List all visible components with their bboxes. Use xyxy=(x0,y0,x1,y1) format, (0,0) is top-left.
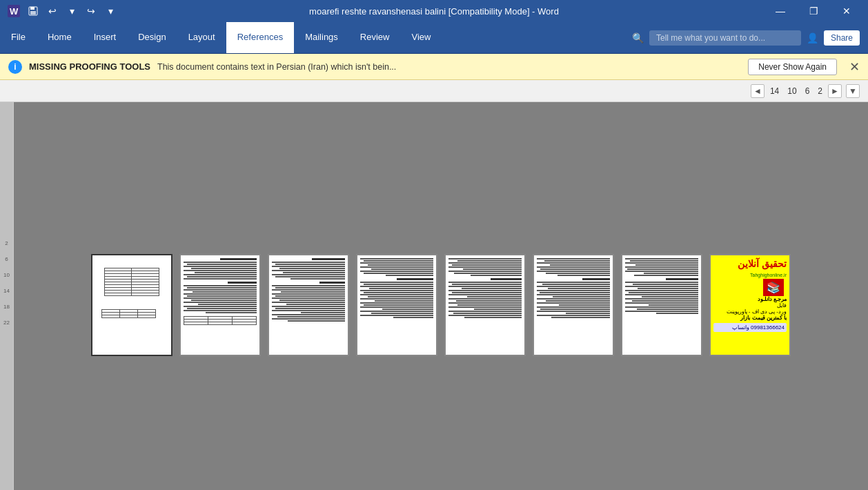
customize-qat[interactable]: ▾ xyxy=(102,3,119,19)
svg-rect-3 xyxy=(30,7,34,10)
restore-button[interactable]: ❐ xyxy=(798,0,829,22)
ad-image-placeholder: 📚 xyxy=(763,279,784,296)
page-thumbnail-4[interactable] xyxy=(356,254,437,356)
search-icon: 🔍 xyxy=(632,32,644,43)
word-icon: W xyxy=(6,3,22,19)
redo-button[interactable]: ↪ xyxy=(83,3,99,19)
tab-home[interactable]: Home xyxy=(37,22,83,53)
tab-design[interactable]: Design xyxy=(127,22,177,53)
undo-dropdown[interactable]: ▾ xyxy=(63,3,80,19)
document-area: تحقیق آنلاین Tahghighonline.ir 📚 مرجـع د… xyxy=(14,102,868,490)
ad-line4: با کمترین قیمت بازار xyxy=(713,315,787,321)
notification-message: This document contains text in Persian (… xyxy=(157,62,741,72)
ad-website: Tahghighonline.ir xyxy=(713,273,787,277)
share-button[interactable]: Share xyxy=(824,30,860,46)
window-controls: — ❐ ✕ xyxy=(765,0,862,22)
never-show-button[interactable]: Never Show Again xyxy=(748,59,837,75)
svg-rect-4 xyxy=(30,11,36,14)
ruler-mark-10: 10 xyxy=(3,272,10,278)
save-button[interactable] xyxy=(25,3,41,19)
tab-references[interactable]: References xyxy=(226,22,294,53)
page-thumbnail-3[interactable] xyxy=(268,254,349,356)
tab-file[interactable]: File xyxy=(0,22,37,53)
ruler-mark-2: 2 xyxy=(5,240,8,246)
zoom-value-2: 2 xyxy=(815,86,825,96)
ad-line3: ورد- پی دی اف - پاورپوینت xyxy=(713,308,787,315)
page-thumbnail-1[interactable] xyxy=(91,254,172,356)
ruler-mark-22: 22 xyxy=(3,320,10,326)
undo-button[interactable]: ↩ xyxy=(44,3,61,19)
zoom-min-btn[interactable]: ▼ xyxy=(846,84,860,98)
info-icon: i xyxy=(8,60,22,74)
account-icon: 👤 xyxy=(807,32,818,43)
page-thumbnail-6[interactable] xyxy=(533,254,614,356)
tab-insert[interactable]: Insert xyxy=(83,22,128,53)
notification-bar: i MISSING PROOFING TOOLS This document c… xyxy=(0,54,868,80)
ad-line2: فایل xyxy=(713,302,787,308)
zoom-value-14: 14 xyxy=(767,86,782,96)
ruler-mark-14: 14 xyxy=(3,288,10,294)
zoom-decrease-btn[interactable]: ◄ xyxy=(751,84,765,98)
ad-title: تحقیق آنلاین xyxy=(713,258,787,270)
ruler-mark-18: 18 xyxy=(3,304,10,310)
svg-text:W: W xyxy=(10,6,19,17)
zoom-value-10: 10 xyxy=(785,86,799,96)
notification-close[interactable]: ✕ xyxy=(849,59,860,75)
minimize-button[interactable]: — xyxy=(765,0,796,22)
page-thumbnail-7[interactable] xyxy=(621,254,702,356)
main-area: 2 6 10 14 18 22 xyxy=(0,102,868,490)
zoom-value-6: 6 xyxy=(802,86,813,96)
document-title: moarefi reshte ravanshenasi balini [Comp… xyxy=(309,6,559,17)
left-ruler: 2 6 10 14 18 22 xyxy=(0,102,14,490)
page-thumbnail-5[interactable] xyxy=(444,254,526,356)
ribbon: File Home Insert Design Layout Reference… xyxy=(0,22,868,54)
title-bar: W ↩ ▾ ↪ ▾ moarefi reshte ravanshenasi ba… xyxy=(0,0,868,22)
ruler-mark-6: 6 xyxy=(5,256,8,262)
tab-mailings[interactable]: Mailings xyxy=(294,22,349,53)
thumbnails-row: تحقیق آنلاین Tahghighonline.ir 📚 مرجـع د… xyxy=(91,254,791,356)
zoom-increase-btn[interactable]: ► xyxy=(828,84,842,98)
ribbon-search-area: 🔍 👤 Share xyxy=(632,22,868,53)
page-thumbnail-ad: تحقیق آنلاین Tahghighonline.ir 📚 مرجـع د… xyxy=(709,254,791,356)
page-thumbnail-2[interactable] xyxy=(179,254,261,356)
tab-layout[interactable]: Layout xyxy=(177,22,226,53)
search-input[interactable] xyxy=(649,30,801,46)
ad-line1: مرجـع دانلـود xyxy=(713,296,787,302)
ad-phone: 09981366624 واتساپ xyxy=(713,323,787,332)
close-button[interactable]: ✕ xyxy=(831,0,862,22)
notification-title: MISSING PROOFING TOOLS xyxy=(29,61,150,72)
tab-review[interactable]: Review xyxy=(349,22,401,53)
zoom-bar: ◄ 14 10 6 2 ► ▼ xyxy=(0,80,868,102)
quick-access-toolbar: W ↩ ▾ ↪ ▾ xyxy=(6,3,119,19)
tab-view[interactable]: View xyxy=(400,22,442,53)
